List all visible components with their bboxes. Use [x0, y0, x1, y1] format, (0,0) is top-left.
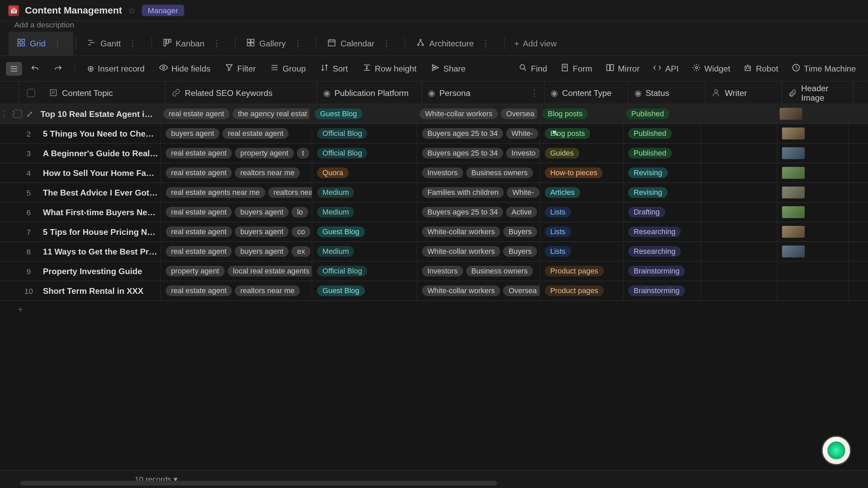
type-tag[interactable]: Lists — [545, 207, 571, 218]
status-tag[interactable]: Revising — [628, 187, 668, 198]
hide-fields-button[interactable]: Hide fields — [153, 60, 216, 78]
table-row[interactable]: 8 11 Ways to Get the Best Pr… real estat… — [0, 242, 868, 262]
platform-tag[interactable]: Official Blog — [317, 148, 367, 159]
platform-tag[interactable]: Medium — [317, 207, 354, 218]
table-row[interactable]: ⋮⋮⤢ Top 10 Real Estate Agent i… real est… — [0, 104, 868, 124]
persona-tag[interactable]: White-collar workers — [420, 108, 498, 119]
cell-image[interactable] — [775, 104, 846, 123]
persona-tag[interactable]: Business owners — [466, 167, 533, 178]
keyword-tag[interactable]: lo — [292, 207, 308, 218]
cell-topic[interactable]: What First-time Buyers Ne… — [38, 203, 161, 222]
persona-tag[interactable]: Business owners — [466, 266, 533, 277]
cell-topic[interactable]: 5 Tips for House Pricing N… — [38, 222, 161, 241]
table-row[interactable]: 2 5 Things You Need to Che… buyers agent… — [0, 124, 868, 144]
cell-type[interactable]: Product pages — [540, 281, 624, 300]
more-icon[interactable]: ⋮ — [50, 36, 65, 50]
cell-type[interactable]: Articles — [540, 183, 624, 202]
cell-writer[interactable] — [701, 124, 777, 143]
sort-button[interactable]: Sort — [314, 60, 354, 78]
cell-persona[interactable]: InvestorsBusiness owners — [417, 163, 540, 182]
type-tag[interactable]: Blog posts — [545, 128, 590, 139]
keyword-tag[interactable]: real estate agents near me — [166, 187, 265, 198]
cell-platform[interactable]: Guest Blog — [312, 222, 417, 241]
cell-writer[interactable] — [701, 144, 777, 163]
row-checkbox[interactable] — [14, 109, 22, 118]
persona-tag[interactable]: Buyers ages 25 to 34 — [422, 128, 503, 139]
cell-keywords[interactable]: real estate agentrealtors near me — [161, 163, 313, 182]
add-row-button[interactable]: + — [0, 301, 868, 318]
keyword-tag[interactable]: real estate agent — [163, 108, 230, 119]
header-image-thumb[interactable] — [780, 108, 802, 120]
persona-tag[interactable]: Families with children — [422, 187, 504, 198]
tab-architecture[interactable]: Architecture ⋮ — [408, 32, 502, 55]
cell-topic[interactable]: How to Sell Your Home Fa… — [38, 163, 161, 182]
mirror-button[interactable]: Mirror — [599, 60, 646, 78]
status-tag[interactable]: Drafting — [628, 207, 665, 218]
cell-platform[interactable]: Official Blog — [312, 262, 417, 281]
cell-type[interactable]: Blog posts — [538, 104, 621, 123]
find-button[interactable]: Find — [512, 60, 553, 78]
cell-status[interactable]: Published — [624, 144, 701, 163]
keyword-tag[interactable]: real estate agent — [166, 226, 232, 237]
keyword-tag[interactable]: ex — [292, 246, 310, 257]
group-button[interactable]: Group — [264, 60, 312, 78]
cell-image[interactable] — [777, 163, 849, 182]
table-row[interactable]: 4 How to Sell Your Home Fa… real estate … — [0, 163, 868, 183]
cell-image[interactable] — [777, 222, 849, 241]
cell-type[interactable]: Guides — [540, 144, 624, 163]
cell-keywords[interactable]: buyers agentreal estate agent — [161, 124, 313, 143]
cell-writer[interactable] — [701, 163, 777, 182]
page-title[interactable]: Content Management — [25, 5, 122, 16]
cell-status[interactable]: Revising — [624, 183, 701, 202]
column-persona[interactable]: ◉Persona⋮ — [422, 82, 545, 104]
status-tag[interactable]: Brainstorming — [628, 285, 685, 296]
cell-status[interactable]: Researching — [624, 242, 701, 261]
cell-writer[interactable] — [701, 183, 777, 202]
share-button[interactable]: Share — [425, 60, 472, 78]
keyword-tag[interactable]: t — [297, 148, 310, 159]
keyword-tag[interactable]: real estate agent — [166, 285, 232, 296]
cell-topic[interactable]: Top 10 Real Estate Agent i… — [36, 104, 158, 123]
row-height-button[interactable]: Row height — [356, 60, 422, 78]
column-writer[interactable]: Writer — [706, 82, 782, 104]
more-icon[interactable]: ⋮ — [478, 36, 494, 50]
status-tag[interactable]: Brainstorming — [628, 266, 685, 277]
more-icon[interactable]: ⋮ — [290, 36, 305, 50]
tab-gallery[interactable]: Gallery ⋮ — [238, 32, 314, 55]
keyword-tag[interactable]: local real estate agents — [228, 266, 312, 277]
tab-calendar[interactable]: Calendar ⋮ — [319, 32, 402, 55]
cell-keywords[interactable]: property agentlocal real estate agents — [161, 262, 313, 281]
keyword-tag[interactable]: buyers agent — [235, 226, 289, 237]
cell-writer[interactable] — [701, 222, 777, 241]
persona-tag[interactable]: Investors — [422, 266, 463, 277]
cell-persona[interactable]: InvestorsBusiness owners — [417, 262, 540, 281]
help-fab[interactable] — [822, 435, 851, 465]
column-type[interactable]: ◉Content Type — [545, 82, 628, 104]
header-image-thumb[interactable] — [782, 226, 805, 238]
column-platform[interactable]: ◉Publication Platform — [317, 82, 422, 104]
cell-persona[interactable]: Buyers ages 25 to 34Active — [417, 203, 540, 222]
time-machine-button[interactable]: Time Machine — [785, 60, 862, 78]
drag-handle-icon[interactable]: ⋮⋮ — [0, 109, 9, 119]
persona-tag[interactable]: White-collar workers — [422, 246, 500, 257]
persona-tag[interactable]: Buyers ages 25 to 34 — [422, 207, 503, 218]
cell-keywords[interactable]: real estate agentproperty agentt — [161, 144, 313, 163]
table-row[interactable]: 9 Property Investing Guide property agen… — [0, 262, 868, 281]
keyword-tag[interactable]: buyers agent — [235, 246, 289, 257]
status-tag[interactable]: Published — [628, 148, 672, 159]
cell-platform[interactable]: Guest Blog — [312, 281, 417, 300]
status-tag[interactable]: Published — [628, 128, 672, 139]
cell-keywords[interactable]: real estate agentrealtors near me — [161, 281, 313, 300]
persona-tag[interactable]: Active — [506, 207, 537, 218]
persona-tag[interactable]: White- — [507, 187, 539, 198]
cell-type[interactable]: Lists — [540, 242, 624, 261]
platform-tag[interactable]: Medium — [317, 187, 354, 198]
keyword-tag[interactable]: the agency real estat — [233, 108, 310, 119]
header-image-thumb[interactable] — [782, 167, 805, 179]
table-row[interactable]: 5 The Best Advice I Ever Got… real estat… — [0, 183, 868, 203]
header-image-thumb[interactable] — [782, 127, 805, 139]
cell-topic[interactable]: Property Investing Guide — [38, 262, 161, 281]
description-field[interactable]: Add a description — [14, 20, 868, 32]
cell-status[interactable]: Researching — [624, 222, 701, 241]
persona-tag[interactable]: White-collar workers — [422, 285, 500, 296]
